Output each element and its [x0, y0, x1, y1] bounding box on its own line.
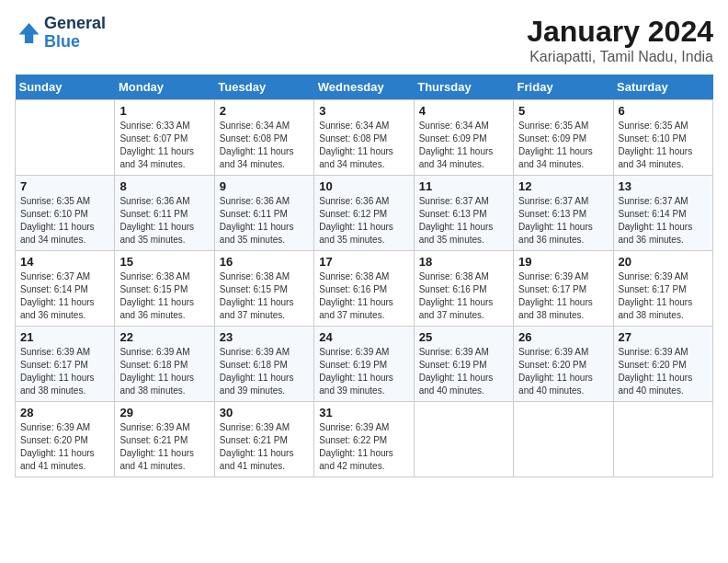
- cell-info: Sunrise: 6:39 AMSunset: 6:19 PMDaylight:…: [419, 346, 508, 397]
- week-row-1: 1Sunrise: 6:33 AMSunset: 6:07 PMDaylight…: [16, 100, 713, 176]
- logo-icon: [15, 20, 40, 46]
- day-number: 9: [220, 179, 309, 193]
- header-monday: Monday: [115, 75, 214, 100]
- calendar-cell: 4Sunrise: 6:34 AMSunset: 6:09 PMDaylight…: [414, 100, 513, 176]
- day-number: 25: [419, 330, 508, 344]
- day-number: 22: [119, 330, 209, 344]
- day-number: 29: [119, 406, 209, 419]
- calendar-cell: 2Sunrise: 6:34 AMSunset: 6:08 PMDaylight…: [214, 100, 313, 176]
- calendar-cell: 11Sunrise: 6:37 AMSunset: 6:13 PMDayligh…: [414, 176, 513, 251]
- cell-info: Sunrise: 6:37 AMSunset: 6:14 PMDaylight:…: [20, 270, 109, 322]
- cell-info: Sunrise: 6:38 AMSunset: 6:16 PMDaylight:…: [319, 270, 408, 322]
- day-number: 23: [220, 330, 309, 344]
- day-number: 24: [319, 330, 408, 344]
- day-number: 3: [319, 104, 408, 118]
- main-title: January 2024: [527, 15, 713, 49]
- day-number: 13: [619, 179, 708, 193]
- day-number: 20: [619, 255, 708, 269]
- calendar-cell: 10Sunrise: 6:36 AMSunset: 6:12 PMDayligh…: [314, 176, 414, 251]
- day-number: 30: [220, 406, 309, 419]
- day-number: 31: [319, 406, 408, 419]
- calendar-cell: [414, 402, 513, 477]
- calendar-cell: 9Sunrise: 6:36 AMSunset: 6:11 PMDaylight…: [214, 176, 313, 251]
- cell-info: Sunrise: 6:37 AMSunset: 6:14 PMDaylight:…: [619, 195, 708, 247]
- cell-info: Sunrise: 6:39 AMSunset: 6:21 PMDaylight:…: [119, 421, 209, 473]
- calendar-cell: 22Sunrise: 6:39 AMSunset: 6:18 PMDayligh…: [115, 327, 214, 402]
- calendar-cell: 21Sunrise: 6:39 AMSunset: 6:17 PMDayligh…: [16, 327, 115, 402]
- week-row-3: 14Sunrise: 6:37 AMSunset: 6:14 PMDayligh…: [16, 251, 713, 327]
- day-number: 2: [220, 104, 309, 118]
- cell-info: Sunrise: 6:37 AMSunset: 6:13 PMDaylight:…: [518, 195, 608, 247]
- cell-info: Sunrise: 6:38 AMSunset: 6:16 PMDaylight:…: [419, 270, 508, 322]
- calendar-cell: 29Sunrise: 6:39 AMSunset: 6:21 PMDayligh…: [115, 402, 214, 477]
- cell-info: Sunrise: 6:36 AMSunset: 6:11 PMDaylight:…: [220, 195, 309, 247]
- cell-info: Sunrise: 6:36 AMSunset: 6:12 PMDaylight:…: [319, 195, 408, 247]
- day-number: 1: [119, 104, 209, 118]
- day-number: 5: [518, 104, 608, 118]
- calendar-cell: 8Sunrise: 6:36 AMSunset: 6:11 PMDaylight…: [115, 176, 214, 251]
- week-row-4: 21Sunrise: 6:39 AMSunset: 6:17 PMDayligh…: [16, 327, 713, 402]
- title-area: January 2024 Kariapatti, Tamil Nadu, Ind…: [527, 15, 713, 65]
- calendar-cell: 12Sunrise: 6:37 AMSunset: 6:13 PMDayligh…: [514, 176, 613, 251]
- cell-info: Sunrise: 6:39 AMSunset: 6:17 PMDaylight:…: [20, 346, 109, 397]
- cell-info: Sunrise: 6:39 AMSunset: 6:22 PMDaylight:…: [319, 421, 408, 473]
- day-number: 16: [220, 255, 309, 269]
- day-number: 14: [20, 255, 109, 269]
- day-number: 4: [419, 104, 508, 118]
- header-saturday: Saturday: [613, 75, 712, 100]
- calendar-cell: [514, 402, 613, 477]
- week-row-2: 7Sunrise: 6:35 AMSunset: 6:10 PMDaylight…: [16, 176, 713, 251]
- calendar-table: SundayMondayTuesdayWednesdayThursdayFrid…: [15, 75, 713, 477]
- header-sunday: Sunday: [16, 75, 115, 100]
- cell-info: Sunrise: 6:34 AMSunset: 6:08 PMDaylight:…: [220, 120, 309, 171]
- header-friday: Friday: [514, 75, 613, 100]
- subtitle: Kariapatti, Tamil Nadu, India: [527, 49, 713, 65]
- calendar-cell: 13Sunrise: 6:37 AMSunset: 6:14 PMDayligh…: [613, 176, 712, 251]
- calendar-cell: 31Sunrise: 6:39 AMSunset: 6:22 PMDayligh…: [314, 402, 414, 477]
- logo: General Blue: [15, 15, 106, 52]
- calendar-cell: [613, 402, 712, 477]
- calendar-cell: 14Sunrise: 6:37 AMSunset: 6:14 PMDayligh…: [16, 251, 115, 327]
- calendar-cell: 3Sunrise: 6:34 AMSunset: 6:08 PMDaylight…: [314, 100, 414, 176]
- cell-info: Sunrise: 6:39 AMSunset: 6:20 PMDaylight:…: [619, 346, 708, 397]
- calendar-cell: 30Sunrise: 6:39 AMSunset: 6:21 PMDayligh…: [214, 402, 313, 477]
- cell-info: Sunrise: 6:35 AMSunset: 6:10 PMDaylight:…: [20, 195, 109, 247]
- cell-info: Sunrise: 6:35 AMSunset: 6:10 PMDaylight:…: [619, 120, 708, 171]
- day-number: 10: [319, 179, 408, 193]
- header-wednesday: Wednesday: [314, 75, 414, 100]
- calendar-cell: 24Sunrise: 6:39 AMSunset: 6:19 PMDayligh…: [314, 327, 414, 402]
- cell-info: Sunrise: 6:39 AMSunset: 6:17 PMDaylight:…: [518, 270, 608, 322]
- calendar-cell: [16, 100, 115, 176]
- page-header: General Blue January 2024 Kariapatti, Ta…: [15, 15, 713, 65]
- header-row: SundayMondayTuesdayWednesdayThursdayFrid…: [16, 75, 713, 100]
- cell-info: Sunrise: 6:39 AMSunset: 6:19 PMDaylight:…: [319, 346, 408, 397]
- calendar-cell: 20Sunrise: 6:39 AMSunset: 6:17 PMDayligh…: [613, 251, 712, 327]
- cell-info: Sunrise: 6:38 AMSunset: 6:15 PMDaylight:…: [220, 270, 309, 322]
- cell-info: Sunrise: 6:39 AMSunset: 6:18 PMDaylight:…: [119, 346, 209, 397]
- calendar-cell: 5Sunrise: 6:35 AMSunset: 6:09 PMDaylight…: [514, 100, 613, 176]
- header-tuesday: Tuesday: [214, 75, 313, 100]
- cell-info: Sunrise: 6:38 AMSunset: 6:15 PMDaylight:…: [119, 270, 209, 322]
- cell-info: Sunrise: 6:36 AMSunset: 6:11 PMDaylight:…: [119, 195, 209, 247]
- day-number: 17: [319, 255, 408, 269]
- cell-info: Sunrise: 6:35 AMSunset: 6:09 PMDaylight:…: [518, 120, 608, 171]
- day-number: 19: [518, 255, 608, 269]
- cell-info: Sunrise: 6:39 AMSunset: 6:17 PMDaylight:…: [619, 270, 708, 322]
- day-number: 7: [20, 179, 109, 193]
- cell-info: Sunrise: 6:39 AMSunset: 6:18 PMDaylight:…: [220, 346, 309, 397]
- calendar-cell: 7Sunrise: 6:35 AMSunset: 6:10 PMDaylight…: [16, 176, 115, 251]
- cell-info: Sunrise: 6:39 AMSunset: 6:20 PMDaylight:…: [518, 346, 608, 397]
- calendar-cell: 16Sunrise: 6:38 AMSunset: 6:15 PMDayligh…: [214, 251, 313, 327]
- cell-info: Sunrise: 6:39 AMSunset: 6:21 PMDaylight:…: [220, 421, 309, 473]
- day-number: 18: [419, 255, 508, 269]
- header-thursday: Thursday: [414, 75, 513, 100]
- cell-info: Sunrise: 6:33 AMSunset: 6:07 PMDaylight:…: [119, 120, 209, 171]
- day-number: 27: [619, 330, 708, 344]
- day-number: 15: [119, 255, 209, 269]
- calendar-cell: 17Sunrise: 6:38 AMSunset: 6:16 PMDayligh…: [314, 251, 414, 327]
- week-row-5: 28Sunrise: 6:39 AMSunset: 6:20 PMDayligh…: [16, 402, 713, 477]
- cell-info: Sunrise: 6:37 AMSunset: 6:13 PMDaylight:…: [419, 195, 508, 247]
- cell-info: Sunrise: 6:39 AMSunset: 6:20 PMDaylight:…: [20, 421, 109, 473]
- calendar-cell: 18Sunrise: 6:38 AMSunset: 6:16 PMDayligh…: [414, 251, 513, 327]
- cell-info: Sunrise: 6:34 AMSunset: 6:09 PMDaylight:…: [419, 120, 508, 171]
